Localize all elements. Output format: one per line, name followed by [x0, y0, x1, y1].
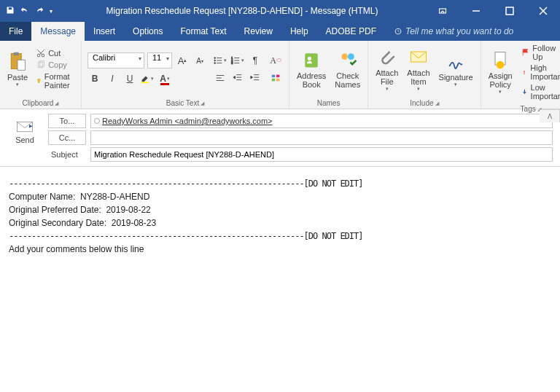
- svg-rect-37: [272, 79, 275, 82]
- svg-text:!: !: [523, 69, 525, 76]
- italic-button[interactable]: I: [105, 71, 120, 86]
- tab-review[interactable]: Review: [236, 22, 281, 41]
- tell-me-search[interactable]: Tell me what you want to do: [385, 22, 522, 41]
- tab-adobe-pdf[interactable]: ADOBE PDF: [317, 22, 385, 41]
- to-button[interactable]: To...: [48, 114, 86, 128]
- recipient-chip[interactable]: ReadyWorks Admin <admin@readyworks.com>: [102, 117, 273, 125]
- svg-point-16: [214, 60, 216, 61]
- redo-icon[interactable]: [35, 6, 44, 17]
- indent-button[interactable]: [248, 71, 262, 85]
- font-size-select[interactable]: 11: [147, 52, 172, 68]
- ribbon-mode-icon[interactable]: [426, 0, 459, 22]
- ribbon: Paste▾ Cut Copy Format Painter Clipboard…: [0, 41, 560, 109]
- body-line-computer: Computer Name: NY288-D-AHEND: [9, 190, 551, 203]
- ribbon-tabs: File Message Insert Options Format Text …: [0, 22, 560, 41]
- close-button[interactable]: [526, 0, 560, 22]
- bold-button[interactable]: B: [88, 71, 102, 86]
- cc-field[interactable]: [90, 130, 553, 145]
- body-line-secondary: Original Secondary Date: 2019-08-23: [9, 216, 551, 230]
- group-clipboard: Paste▾ Cut Copy Format Painter Clipboard…: [0, 41, 82, 109]
- tab-file[interactable]: File: [0, 22, 31, 41]
- svg-point-9: [37, 54, 40, 57]
- cut-button[interactable]: Cut: [36, 49, 74, 58]
- svg-rect-2: [506, 7, 513, 15]
- attach-file-button[interactable]: Attach File▾: [371, 44, 402, 95]
- subject-label: Subject: [48, 147, 86, 162]
- paste-button[interactable]: Paste▾: [3, 48, 32, 90]
- numbering-button[interactable]: 123: [230, 53, 245, 68]
- tab-options[interactable]: Options: [124, 22, 171, 41]
- message-body[interactable]: ----------------------------------------…: [0, 167, 560, 266]
- collapse-ribbon-button[interactable]: ᐱ: [540, 109, 560, 122]
- high-importance-button[interactable]: !High Importance: [521, 63, 560, 81]
- check-names-button[interactable]: Check Names: [330, 47, 365, 92]
- svg-point-41: [341, 53, 348, 60]
- font-color-button[interactable]: A: [158, 71, 172, 86]
- svg-point-40: [308, 57, 311, 60]
- format-painter-button[interactable]: Format Painter: [36, 72, 74, 90]
- svg-point-14: [214, 58, 216, 59]
- grow-font-button[interactable]: A▴: [175, 53, 190, 68]
- message-header: Send To... ReadyWorks Admin <admin@ready…: [0, 109, 560, 167]
- svg-rect-8: [18, 60, 26, 70]
- window-title: Migration Reschedule Request [NY288-D-AH…: [58, 6, 426, 16]
- subject-field[interactable]: Migration Reschedule Request [NY288-D-AH…: [90, 147, 553, 162]
- marker-top: ----------------------------------------…: [9, 177, 551, 190]
- tab-insert[interactable]: Insert: [85, 22, 124, 41]
- marker-bottom: ----------------------------------------…: [9, 230, 551, 243]
- group-names: Address Book Check Names Names: [289, 41, 368, 109]
- outdent-button[interactable]: [230, 71, 245, 85]
- align-button[interactable]: [213, 71, 228, 85]
- group-basic-text: Calibri 11 A▴ A▾ B I U A 123 ¶: [82, 41, 289, 109]
- copy-button: Copy: [36, 60, 74, 69]
- presence-icon: [94, 118, 100, 124]
- address-book-button[interactable]: Address Book: [292, 47, 330, 92]
- tab-format-text[interactable]: Format Text: [171, 22, 235, 41]
- follow-up-button[interactable]: Follow Up▾: [521, 44, 560, 61]
- clear-format-button[interactable]: A⬭: [268, 53, 283, 68]
- svg-rect-39: [305, 53, 318, 67]
- svg-rect-13: [141, 82, 149, 83]
- highlight-button[interactable]: [140, 71, 155, 86]
- minimize-button[interactable]: [459, 0, 493, 22]
- save-icon[interactable]: [6, 6, 15, 17]
- styles-button[interactable]: [268, 71, 283, 85]
- pilcrow-button[interactable]: ¶: [248, 53, 262, 68]
- svg-rect-7: [14, 52, 19, 55]
- titlebar: ▾ Migration Reschedule Request [NY288-D-…: [0, 0, 560, 22]
- body-line-preferred: Original Preferred Date: 2019-08-22: [9, 203, 551, 216]
- underline-button[interactable]: U: [122, 71, 137, 86]
- svg-point-18: [214, 63, 216, 64]
- svg-point-42: [348, 53, 354, 60]
- tab-message[interactable]: Message: [31, 22, 85, 41]
- low-importance-button[interactable]: Low Importance: [521, 83, 560, 101]
- svg-text:3: 3: [231, 61, 233, 65]
- tab-help[interactable]: Help: [281, 22, 317, 41]
- group-tags: Assign Policy▾ Follow Up▾ !High Importan…: [481, 41, 560, 109]
- svg-rect-35: [272, 75, 275, 78]
- group-include: Attach File▾ Attach Item▾ Signature▾ Inc…: [368, 41, 481, 109]
- svg-point-45: [497, 61, 505, 69]
- svg-rect-36: [276, 75, 279, 78]
- qa-more-icon[interactable]: ▾: [50, 8, 52, 15]
- undo-icon[interactable]: [20, 6, 29, 17]
- font-name-select[interactable]: Calibri: [88, 52, 144, 68]
- body-comments-hint: Add your comments below this line: [9, 243, 551, 256]
- shrink-font-button[interactable]: A▾: [192, 53, 207, 68]
- send-button[interactable]: Send: [7, 114, 42, 150]
- svg-point-10: [42, 54, 44, 57]
- assign-policy-button[interactable]: Assign Policy▾: [484, 47, 517, 98]
- svg-rect-38: [276, 79, 279, 82]
- attach-item-button[interactable]: Attach Item▾: [402, 44, 434, 95]
- bullets-button[interactable]: [213, 53, 228, 68]
- maximize-button[interactable]: [493, 0, 526, 22]
- to-field[interactable]: ReadyWorks Admin <admin@readyworks.com>: [90, 114, 553, 128]
- cc-button[interactable]: Cc...: [48, 130, 86, 145]
- signature-button[interactable]: Signature▾: [435, 48, 478, 90]
